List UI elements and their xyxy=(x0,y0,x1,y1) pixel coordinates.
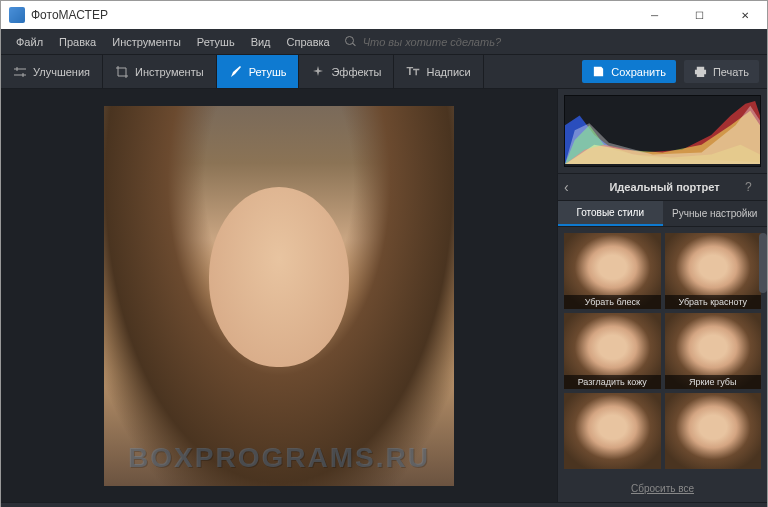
tab-label: Надписи xyxy=(426,66,470,78)
menubar: Файл Правка Инструменты Ретушь Вид Справ… xyxy=(1,29,767,55)
floppy-icon xyxy=(592,65,605,78)
preset-label: Яркие губы xyxy=(665,375,762,389)
panel-title: Идеальный портрет xyxy=(584,181,745,193)
watermark: BOXPROGRAMS.RU xyxy=(128,442,430,474)
statusbar: ↶ ↷ ◷ 👁 ◨ ◄ 🗀 ► ⛶ 1:1 − 108% + ✓ Примени… xyxy=(1,502,767,507)
preset-label: Убрать блеск xyxy=(564,295,661,309)
right-panel: ‹ Идеальный портрет ? Готовые стили Ручн… xyxy=(557,89,767,502)
panel-header: ‹ Идеальный портрет ? xyxy=(558,173,767,201)
subtab-presets[interactable]: Готовые стили xyxy=(558,201,663,226)
text-icon: Tᴛ xyxy=(406,65,420,79)
preset-label: Разгладить кожу xyxy=(564,375,661,389)
maximize-button[interactable]: ☐ xyxy=(677,1,722,29)
panel-tabs: Готовые стили Ручные настройки xyxy=(558,201,767,227)
button-label: Печать xyxy=(713,66,749,78)
image-canvas[interactable]: BOXPROGRAMS.RU xyxy=(1,89,557,502)
close-button[interactable]: ✕ xyxy=(722,1,767,29)
tab-text[interactable]: Tᴛ Надписи xyxy=(394,55,483,88)
menu-help[interactable]: Справка xyxy=(280,33,337,51)
app-logo-icon xyxy=(9,7,25,23)
window-title: ФотоМАСТЕР xyxy=(31,8,632,22)
preset-label: Убрать красноту xyxy=(665,295,762,309)
crop-icon xyxy=(115,65,129,79)
search-input[interactable]: Что вы хотите сделать? xyxy=(363,36,501,48)
search-icon xyxy=(345,36,357,48)
toolbar: Улучшения Инструменты Ретушь Эффекты Tᴛ … xyxy=(1,55,767,89)
minimize-button[interactable]: ─ xyxy=(632,1,677,29)
preset-item[interactable]: Яркие губы xyxy=(665,313,762,389)
preset-grid: Убрать блеск Убрать красноту Разгладить … xyxy=(558,227,767,475)
preset-item[interactable] xyxy=(665,393,762,469)
help-button[interactable]: ? xyxy=(745,180,761,194)
tab-label: Инструменты xyxy=(135,66,204,78)
preset-item[interactable]: Убрать красноту xyxy=(665,233,762,309)
reset-all-link[interactable]: Сбросить все xyxy=(558,475,767,502)
printer-icon xyxy=(694,65,707,78)
titlebar: ФотоМАСТЕР ─ ☐ ✕ xyxy=(1,1,767,29)
sparkle-icon xyxy=(311,65,325,79)
subtab-manual[interactable]: Ручные настройки xyxy=(663,201,768,226)
app-window: ФотоМАСТЕР ─ ☐ ✕ Файл Правка Инструменты… xyxy=(0,0,768,507)
photo-preview: BOXPROGRAMS.RU xyxy=(104,106,454,486)
tab-retouch[interactable]: Ретушь xyxy=(217,55,300,88)
main-area: BOXPROGRAMS.RU ‹ Идеальный портрет xyxy=(1,89,767,502)
tab-tools[interactable]: Инструменты xyxy=(103,55,217,88)
button-label: Сохранить xyxy=(611,66,666,78)
menu-edit[interactable]: Правка xyxy=(52,33,103,51)
save-button[interactable]: Сохранить xyxy=(582,60,676,83)
preset-item[interactable]: Убрать блеск xyxy=(564,233,661,309)
preset-scrollbar[interactable] xyxy=(759,233,767,469)
back-button[interactable]: ‹ xyxy=(564,179,584,195)
menu-retouch[interactable]: Ретушь xyxy=(190,33,242,51)
tab-label: Улучшения xyxy=(33,66,90,78)
menu-tools[interactable]: Инструменты xyxy=(105,33,188,51)
menu-file[interactable]: Файл xyxy=(9,33,50,51)
histogram[interactable] xyxy=(564,95,761,167)
app-body: Файл Правка Инструменты Ретушь Вид Справ… xyxy=(1,29,767,507)
menu-view[interactable]: Вид xyxy=(244,33,278,51)
brush-icon xyxy=(229,65,243,79)
print-button[interactable]: Печать xyxy=(684,60,759,83)
tab-label: Эффекты xyxy=(331,66,381,78)
preset-item[interactable]: Разгладить кожу xyxy=(564,313,661,389)
tab-effects[interactable]: Эффекты xyxy=(299,55,394,88)
sliders-icon xyxy=(13,65,27,79)
preset-item[interactable] xyxy=(564,393,661,469)
tab-label: Ретушь xyxy=(249,66,287,78)
tab-enhance[interactable]: Улучшения xyxy=(1,55,103,88)
